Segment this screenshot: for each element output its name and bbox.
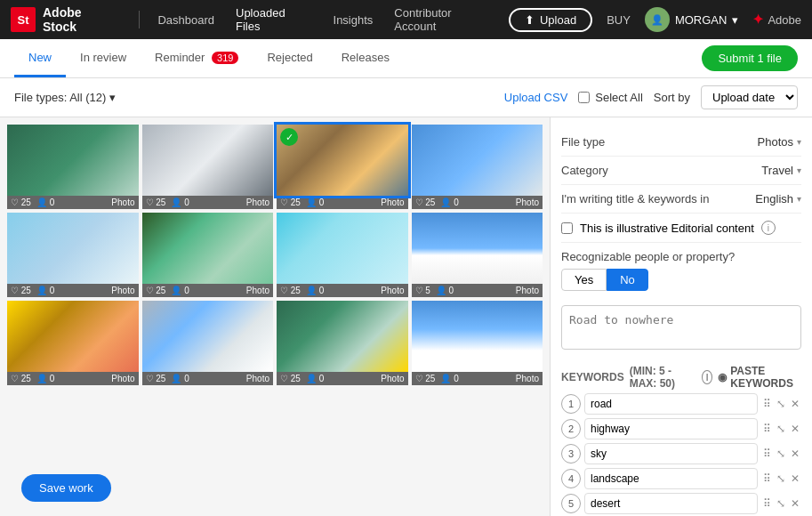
grid-item[interactable]: ♡ 25 👤 0 Photo bbox=[7, 301, 139, 385]
select-all-checkbox[interactable]: Select All bbox=[578, 91, 642, 104]
keyword-delete-btn[interactable]: ✕ bbox=[789, 471, 801, 487]
keyword-delete-btn[interactable]: ✕ bbox=[789, 446, 801, 462]
grid-item[interactable]: ♡ 25 👤 0 Photo bbox=[7, 213, 139, 297]
grid-stats: ♡ 5 👤 0 bbox=[415, 286, 454, 295]
sort-select[interactable]: Upload date Title File name bbox=[701, 85, 798, 109]
category-value[interactable]: Travel ▾ bbox=[761, 164, 801, 177]
likes-stat: ♡ 25 bbox=[11, 286, 31, 295]
upload-csv-link[interactable]: Upload CSV bbox=[504, 91, 568, 104]
grid-item[interactable]: ♡ 25 👤 0 Photo bbox=[277, 213, 408, 297]
tab-rejected[interactable]: Rejected bbox=[253, 40, 326, 77]
likes-stat: ♡ 25 bbox=[415, 374, 436, 383]
grid-item[interactable]: ♡ 25 👤 0 Photo bbox=[412, 125, 543, 209]
grid-stats: ♡ 25 👤 0 bbox=[280, 286, 324, 295]
nav-uploaded-files[interactable]: Uploaded Files bbox=[229, 6, 319, 33]
nav-dashboard[interactable]: Dashboard bbox=[150, 13, 221, 27]
select-all-input[interactable] bbox=[578, 92, 590, 103]
language-text: English bbox=[755, 192, 793, 206]
grid-footer: ♡ 25 👤 0 Photo bbox=[142, 284, 274, 297]
adobe-stock-logo: St bbox=[11, 7, 36, 32]
keyword-drag-handle[interactable]: ⠿ bbox=[761, 396, 773, 412]
file-type-value[interactable]: Photos ▾ bbox=[758, 135, 801, 149]
keywords-info: (min: 5 - max: 50) bbox=[630, 365, 696, 390]
keyword-actions: ⠿ ⤡ ✕ bbox=[761, 496, 801, 512]
file-type-badge: Photo bbox=[381, 198, 404, 207]
upload-button[interactable]: ⬆ Upload bbox=[509, 8, 592, 32]
file-type-badge: Photo bbox=[381, 286, 404, 295]
sort-label: Sort by bbox=[654, 91, 690, 104]
keyword-delete-btn[interactable]: ✕ bbox=[789, 396, 801, 412]
grid-thumbnail bbox=[277, 301, 408, 372]
keyword-drag-handle[interactable]: ⠿ bbox=[761, 471, 773, 487]
keyword-input[interactable] bbox=[584, 443, 758, 464]
keyword-input[interactable] bbox=[584, 393, 758, 415]
editorial-row: This is illustrative Editorial content i bbox=[561, 214, 801, 243]
grid-item[interactable]: ✓ ♡ 25 👤 0 Photo bbox=[277, 125, 408, 209]
likes-stat: ♡ 25 bbox=[280, 374, 301, 383]
recognizable-row: Recognizable people or property? Yes No bbox=[561, 243, 801, 298]
keyword-suggest-btn[interactable]: ⤡ bbox=[775, 396, 787, 412]
tab-reminder[interactable]: Reminder 319 bbox=[141, 40, 253, 77]
keyword-actions: ⠿ ⤡ ✕ bbox=[761, 421, 801, 437]
keyword-suggest-btn[interactable]: ⤡ bbox=[775, 446, 787, 462]
adobe-label: Adobe bbox=[768, 13, 801, 27]
keywords-info-icon[interactable]: i bbox=[702, 370, 712, 384]
people-stat: 👤 0 bbox=[306, 198, 324, 207]
title-input[interactable] bbox=[561, 305, 801, 350]
image-grid: ♡ 25 👤 0 Photo ♡ 25 👤 0 Photo ✓ ♡ 25 👤 0… bbox=[7, 125, 543, 385]
nav-buy[interactable]: BUY bbox=[599, 13, 638, 27]
grid-item[interactable]: ♡ 5 👤 0 Photo bbox=[412, 213, 543, 297]
tab-reminder-label: Reminder bbox=[155, 51, 205, 64]
keyword-delete-btn[interactable]: ✕ bbox=[789, 421, 801, 437]
category-label: Category bbox=[561, 164, 608, 177]
grid-item[interactable]: ♡ 25 👤 0 Photo bbox=[142, 213, 274, 297]
keyword-suggest-btn[interactable]: ⤡ bbox=[775, 421, 787, 437]
submit-file-button[interactable]: Submit 1 file bbox=[702, 45, 798, 71]
people-stat: 👤 0 bbox=[306, 286, 324, 295]
grid-item[interactable]: ♡ 25 👤 0 Photo bbox=[277, 301, 408, 385]
keyword-drag-handle[interactable]: ⠿ bbox=[761, 496, 773, 512]
grid-thumbnail bbox=[142, 125, 274, 196]
grid-item[interactable]: ♡ 25 👤 0 Photo bbox=[142, 125, 274, 209]
grid-thumbnail bbox=[142, 213, 274, 284]
nav-contributor-account[interactable]: Contributor Account bbox=[387, 6, 502, 33]
grid-footer: ♡ 25 👤 0 Photo bbox=[7, 284, 139, 297]
toolbar: File types: All (12) ▾ Upload CSV Select… bbox=[0, 78, 812, 117]
grid-footer: ♡ 25 👤 0 Photo bbox=[412, 196, 543, 209]
tab-new[interactable]: New bbox=[14, 40, 66, 77]
grid-item[interactable]: ♡ 25 👤 0 Photo bbox=[142, 301, 274, 385]
keyword-suggest-btn[interactable]: ⤡ bbox=[775, 496, 787, 512]
tab-releases[interactable]: Releases bbox=[327, 40, 404, 77]
no-button[interactable]: No bbox=[607, 269, 648, 291]
language-row: I'm writing title & keywords in English … bbox=[561, 185, 801, 214]
likes-stat: ♡ 25 bbox=[146, 198, 166, 207]
keyword-input[interactable] bbox=[584, 493, 758, 514]
grid-item[interactable]: ♡ 25 👤 0 Photo bbox=[7, 125, 139, 209]
language-value[interactable]: English ▾ bbox=[755, 192, 801, 206]
keyword-drag-handle[interactable]: ⠿ bbox=[761, 421, 773, 437]
keyword-input[interactable] bbox=[584, 418, 758, 439]
keyword-suggest-btn[interactable]: ⤡ bbox=[775, 471, 787, 487]
yes-button[interactable]: Yes bbox=[561, 269, 607, 291]
keyword-drag-handle[interactable]: ⠿ bbox=[761, 446, 773, 462]
grid-footer: ♡ 25 👤 0 Photo bbox=[142, 196, 274, 209]
file-type-badge: Photo bbox=[516, 198, 539, 207]
nav-insights[interactable]: Insights bbox=[326, 13, 381, 27]
grid-panel[interactable]: ♡ 25 👤 0 Photo ♡ 25 👤 0 Photo ✓ ♡ 25 👤 0… bbox=[0, 117, 550, 516]
keyword-number: 2 bbox=[561, 419, 581, 439]
paste-keywords-btn[interactable]: ◉ Paste Keywords bbox=[718, 365, 801, 390]
grid-stats: ♡ 25 👤 0 bbox=[415, 198, 459, 207]
category-text: Travel bbox=[761, 164, 793, 177]
grid-item[interactable]: ♡ 25 👤 0 Photo bbox=[412, 301, 543, 385]
editorial-checkbox[interactable] bbox=[561, 222, 573, 234]
tab-in-review[interactable]: In review bbox=[66, 40, 141, 77]
likes-stat: ♡ 25 bbox=[146, 286, 166, 295]
info-icon[interactable]: i bbox=[761, 221, 776, 235]
adobe-logo-icon: ✦ bbox=[752, 12, 764, 28]
brand-name: Adobe Stock bbox=[43, 5, 117, 34]
save-work-button[interactable]: Save work bbox=[21, 474, 111, 502]
file-types-filter[interactable]: File types: All (12) ▾ bbox=[14, 91, 116, 104]
nav-user[interactable]: 👤 MORGAN ▾ bbox=[645, 7, 739, 32]
keyword-delete-btn[interactable]: ✕ bbox=[789, 496, 801, 512]
keyword-input[interactable] bbox=[584, 468, 758, 489]
